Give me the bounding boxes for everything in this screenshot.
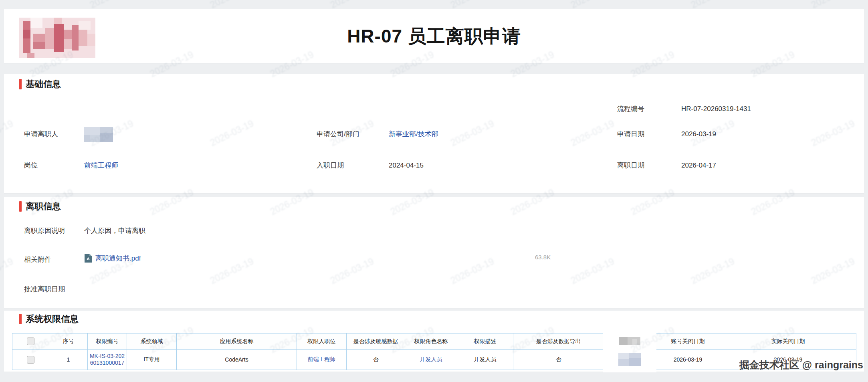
cell-position-link[interactable]: 前端工程师 (297, 350, 347, 370)
reason-value: 个人原因，申请离职 (84, 226, 145, 236)
header-app: 应用系统名称 (177, 333, 297, 350)
redacted-header-blob (619, 337, 640, 345)
attachment-name: 离职通知书.pdf (95, 254, 141, 263)
process-no-label: 流程编号 (617, 104, 644, 114)
permission-title: 系统权限信息 (26, 313, 79, 325)
resign-info-section: 离职信息 离职原因说明 个人原因，申请离职 相关附件 离职通知书.pdf 63.… (4, 197, 864, 308)
section-marker (19, 79, 22, 89)
header-close-date: 账号关闭日期 (656, 333, 720, 350)
applicant-label: 申请离职人 (24, 129, 58, 139)
pdf-file-icon (84, 253, 92, 263)
attachment-size: 63.8K (535, 254, 551, 261)
page-header: HR-07 员工离职申请 (4, 9, 864, 63)
approved-date-label: 批准离职日期 (24, 285, 65, 294)
community-watermark: 掘金技术社区 @ raingrains (739, 358, 863, 372)
cell-app: CodeArts (177, 350, 297, 370)
header-sensitive: 是否涉及敏感数据 (347, 333, 405, 350)
leave-date-label: 离职日期 (617, 161, 644, 170)
permission-section: 系统权限信息 序号 权限编号 系统领域 应用系统名称 权限人职位 是否涉及敏感数… (4, 311, 864, 372)
cell-code-link[interactable]: MK-IS-03-20260131000017 (88, 350, 127, 370)
redacted-column-overlay (603, 331, 656, 372)
table-row: 1 MK-IS-03-20260131000017 IT专用 CodeArts … (12, 350, 856, 370)
page-title: HR-07 员工离职申请 (4, 24, 864, 49)
cell-close-date: 2026-03-19 (656, 350, 720, 370)
cell-role-link[interactable]: 开发人员 (405, 350, 457, 370)
reason-label: 离职原因说明 (24, 226, 65, 236)
basic-info-title: 基础信息 (26, 78, 61, 90)
section-marker (19, 201, 22, 212)
entry-date-value: 2024-04-15 (389, 161, 424, 170)
header-actual-close-date: 实际关闭日期 (720, 333, 856, 350)
row-checkbox[interactable] (27, 356, 34, 364)
dept-label: 申请公司/部门 (317, 129, 359, 139)
header-seq: 序号 (49, 333, 88, 350)
permission-table: 序号 权限编号 系统领域 应用系统名称 权限人职位 是否涉及敏感数据 权限角色名… (12, 333, 856, 370)
table-header-row: 序号 权限编号 系统领域 应用系统名称 权限人职位 是否涉及敏感数据 权限角色名… (12, 333, 856, 350)
leave-date-value: 2026-04-17 (681, 161, 716, 170)
attachment-link[interactable]: 离职通知书.pdf (84, 253, 141, 263)
apply-date-value: 2026-03-19 (681, 129, 716, 139)
position-link[interactable]: 前端工程师 (84, 161, 118, 170)
position-label: 岗位 (24, 161, 38, 170)
select-all-checkbox[interactable] (27, 338, 34, 345)
header-export: 是否涉及数据导出 (513, 333, 604, 350)
dept-link[interactable]: 新事业部/技术部 (389, 129, 438, 139)
section-marker (19, 314, 22, 324)
cell-desc: 开发人员 (457, 350, 513, 370)
cell-sensitive: 否 (347, 350, 405, 370)
header-role: 权限角色名称 (405, 333, 457, 350)
cell-export: 否 (513, 350, 604, 370)
cell-seq: 1 (49, 350, 88, 370)
attachment-label: 相关附件 (24, 255, 51, 265)
header-desc: 权限描述 (457, 333, 513, 350)
resign-info-title: 离职信息 (26, 200, 61, 212)
header-position: 权限人职位 (297, 333, 347, 350)
redacted-cell-blob (618, 353, 641, 366)
basic-info-section: 基础信息 流程编号 HR-07-20260319-1431 申请离职人 申请公司… (4, 74, 864, 193)
header-code: 权限编号 (88, 333, 127, 350)
process-no-value: HR-07-20260319-1431 (681, 104, 751, 114)
entry-date-label: 入职日期 (317, 161, 344, 170)
applicant-name-redacted (84, 127, 113, 144)
header-domain: 系统领域 (127, 333, 177, 350)
apply-date-label: 申请日期 (617, 129, 644, 139)
cell-domain: IT专用 (127, 350, 177, 370)
